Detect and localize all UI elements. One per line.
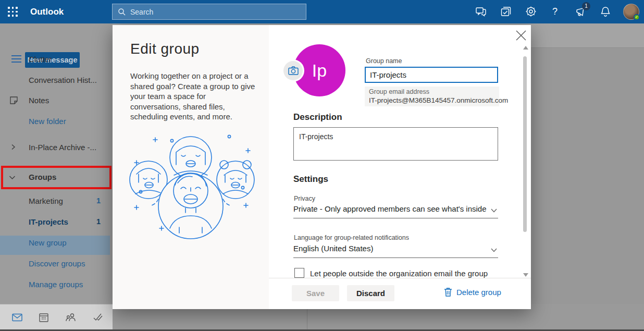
note-icon [9, 96, 18, 105]
chevron-down-icon [491, 209, 497, 213]
outlook-app: Outlook ? 1 ✓ New message Clutter Conv [0, 0, 644, 331]
calendar-module-icon[interactable] [38, 312, 49, 323]
sidebar-link-new-group[interactable]: New group [29, 238, 67, 247]
mail-module-icon[interactable] [11, 312, 23, 323]
chevron-down-icon [491, 248, 497, 252]
delete-group-label: Delete group [456, 288, 501, 297]
sidebar-item-conversation-history[interactable]: Conversation Hist... [29, 76, 97, 84]
brand-title: Outlook [30, 7, 64, 17]
camera-icon[interactable] [283, 61, 303, 80]
delete-group-button[interactable]: Delete group [444, 287, 501, 297]
chat-icon[interactable] [475, 5, 487, 18]
sidebar-link-discover-groups[interactable]: Discover groups [29, 259, 85, 268]
trash-icon [444, 287, 452, 297]
sidebar-group-itprojects[interactable]: IT-projects [29, 217, 68, 226]
dialog-scrollbar[interactable] [522, 45, 528, 278]
sidebar-item-clutter[interactable]: Clutter [29, 55, 52, 64]
people-module-icon[interactable] [65, 312, 77, 323]
sidebar-item-inplace-archive[interactable]: In-Place Archive -... [29, 143, 96, 152]
presence-available-icon: ✓ [634, 14, 640, 20]
dialog-title: Edit group [130, 41, 200, 57]
todo-icon[interactable] [500, 5, 512, 18]
discard-button[interactable]: Discard [347, 285, 394, 301]
chevron-right-icon[interactable] [10, 144, 16, 150]
language-label: Language for group-related notifications [294, 234, 409, 241]
language-value: English (United States) [293, 244, 373, 253]
scroll-up-arrow[interactable] [523, 46, 528, 50]
external-email-option: Let people outside the organization emai… [294, 268, 503, 278]
search-input[interactable] [130, 8, 287, 16]
group-name-input[interactable] [365, 67, 498, 83]
group-email-value: IT-projects@M365B145457.onmicrosoft.com [369, 96, 499, 104]
scroll-thumb[interactable] [523, 56, 527, 232]
description-textarea[interactable]: IT-projects [293, 127, 498, 161]
external-email-checkbox[interactable] [294, 268, 304, 278]
privacy-dropdown[interactable]: Private - Only approved members can see … [293, 204, 498, 218]
edit-group-dialog: Edit group Working together on a project… [113, 25, 531, 309]
group-email-block: Group email address IT-projects@M365B145… [365, 87, 499, 106]
unread-count: 1 [96, 217, 101, 226]
pane-divider [307, 309, 307, 330]
annotation-highlight-box [1, 166, 112, 189]
tasks-module-icon[interactable] [92, 312, 104, 323]
search-bar[interactable] [112, 4, 306, 20]
privacy-value: Private - Only approved members can see … [293, 204, 487, 213]
group-email-label: Group email address [369, 88, 499, 95]
dialog-intro-text: Working together on a project or a share… [130, 71, 255, 122]
unread-count: 1 [96, 197, 101, 205]
app-launcher-icon[interactable] [8, 7, 18, 17]
sidebar-item-new-folder[interactable]: New folder [29, 117, 66, 126]
help-icon[interactable]: ? [552, 6, 558, 17]
hamburger-menu-icon[interactable] [11, 55, 21, 63]
search-icon [118, 8, 126, 16]
close-icon[interactable] [514, 28, 528, 43]
dialog-intro-panel: Edit group Working together on a project… [113, 25, 269, 309]
save-button[interactable]: Save [292, 285, 339, 301]
scroll-down-arrow[interactable] [523, 273, 528, 277]
description-heading: Description [293, 112, 342, 122]
sidebar-item-notes[interactable]: Notes [29, 96, 49, 105]
group-people-illustration [127, 129, 257, 241]
suite-header: Outlook ? 1 ✓ [0, 0, 644, 23]
sidebar-link-manage-groups[interactable]: Manage groups [29, 280, 83, 289]
dialog-footer: Save Discard Delete group [269, 278, 531, 309]
settings-heading: Settings [293, 174, 328, 185]
external-email-label: Let people outside the organization emai… [310, 269, 488, 278]
notifications-bell-icon[interactable] [599, 5, 612, 18]
settings-gear-icon[interactable] [525, 5, 537, 18]
language-dropdown[interactable]: English (United States) [293, 244, 498, 258]
sidebar-group-marketing[interactable]: Marketing [29, 197, 63, 205]
folder-pane: New message Clutter Conversation Hist...… [0, 23, 113, 304]
privacy-label: Privacy [294, 195, 315, 202]
whats-new-badge: 1 [582, 2, 590, 10]
group-name-label: Group name [366, 57, 402, 65]
module-switcher [0, 304, 113, 330]
